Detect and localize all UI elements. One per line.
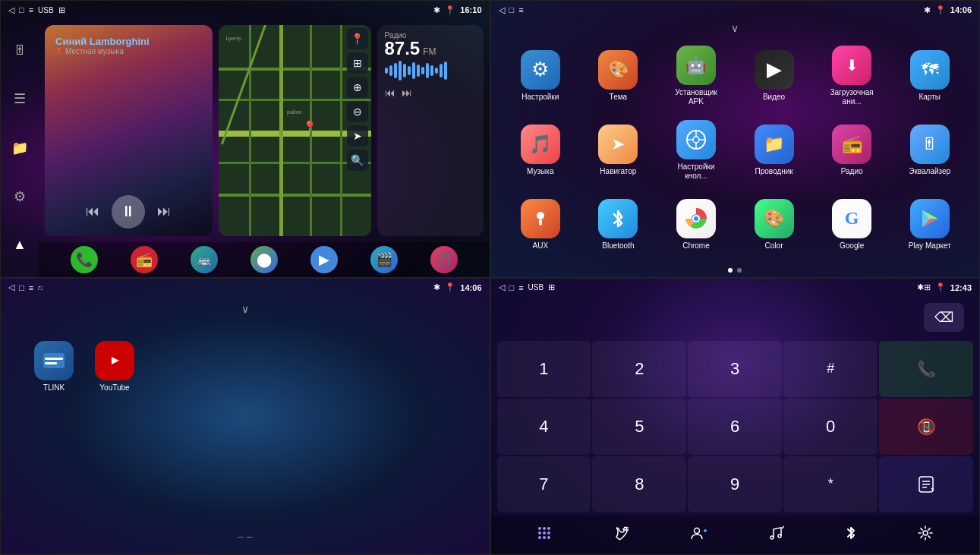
app-chrome[interactable]: Chrome <box>659 189 734 260</box>
app-maps[interactable]: 🗺 Карты <box>892 40 967 112</box>
app-apk[interactable]: 🤖 Установщик APK <box>659 40 734 112</box>
bluetooth-apps-icon: ✱ <box>924 5 931 15</box>
app-steer[interactable]: Настройки кнол... <box>659 115 734 186</box>
svg-rect-14 <box>45 362 57 364</box>
next-track-btn[interactable]: ⏭ <box>157 203 171 219</box>
page-dot-2[interactable] <box>737 268 742 273</box>
chevron-down-icon[interactable]: ∨ <box>731 22 739 34</box>
page-dot-1[interactable] <box>728 268 733 273</box>
dial-action-btn[interactable] <box>879 456 973 512</box>
bluetooth-status-icon: ✱ <box>433 5 440 15</box>
app-music[interactable]: 🎵 Музыка <box>503 115 578 186</box>
backspace-btn[interactable]: ⌫ <box>924 303 964 332</box>
sidebar-eq-icon[interactable]: 🎚 <box>7 36 33 65</box>
dialer-music-icon[interactable] <box>763 520 789 550</box>
app-theme[interactable]: 🎨 Тема <box>581 40 656 112</box>
app-nav[interactable]: ➤ Навигатор <box>581 115 656 186</box>
prev-track-btn[interactable]: ⏮ <box>86 203 99 219</box>
dialer-keypad-icon[interactable] <box>531 520 557 550</box>
dialer-contacts-icon[interactable] <box>685 520 711 550</box>
apps-panel: ◁ □ ≡ ✱ 📍 14:06 ∨ ⚙ Настройки 🎨 Тема <box>490 0 981 278</box>
dock-bus-btn[interactable]: 🚌 <box>191 246 218 273</box>
dial-key-hash[interactable]: # <box>783 341 878 397</box>
app-youtube[interactable]: YouTube <box>92 336 137 397</box>
dock-phone-btn[interactable]: 📞 <box>71 246 98 273</box>
dial-call-btn[interactable]: 📞 <box>879 341 973 397</box>
svg-point-1 <box>693 137 699 143</box>
dial-key-9[interactable]: 9 <box>688 456 782 512</box>
app-bluetooth[interactable]: Bluetooth <box>581 189 656 260</box>
app-eq[interactable]: 🎚 Эквалайзер <box>892 115 967 186</box>
sidebar-settings-icon[interactable]: ⚙ <box>8 182 32 211</box>
dock-play-btn[interactable]: ▶ <box>310 246 338 273</box>
menu-icon-apps[interactable]: ≡ <box>518 5 523 14</box>
app-radio[interactable]: 📻 Радио <box>815 115 890 186</box>
sidebar-files-icon[interactable]: 📁 <box>5 134 34 162</box>
back-icon-apps[interactable]: ◁ <box>499 5 505 15</box>
dialer-calls-icon[interactable] <box>609 520 635 550</box>
map-btn-pin[interactable]: 📍 <box>347 28 368 49</box>
dial-key-5[interactable]: 5 <box>592 399 686 455</box>
map-btn-zoom-in[interactable]: ⊕ <box>347 77 368 98</box>
app-folder-label: Проводник <box>755 167 793 176</box>
app-download[interactable]: ⬇ Загрузочная ани... <box>815 40 890 112</box>
dock-video-btn[interactable]: 🎬 <box>370 246 398 273</box>
home-icon-launcher[interactable]: □ <box>19 283 24 292</box>
app-aux-icon <box>521 199 560 238</box>
app-tlink[interactable]: TLINK <box>31 336 77 397</box>
dock-music-btn[interactable]: 🎵 <box>430 246 458 273</box>
dial-key-2[interactable]: 2 <box>592 341 686 397</box>
dial-key-8[interactable]: 8 <box>592 456 686 512</box>
screenshot-icon: ⊞ <box>58 5 65 15</box>
back-icon-launcher[interactable]: ◁ <box>8 282 14 292</box>
time-display: 16:10 <box>460 5 481 14</box>
back-icon[interactable]: ◁ <box>8 5 14 15</box>
app-video[interactable]: ▶ Видео <box>736 40 811 112</box>
radio-prev-btn[interactable]: ⏮ <box>385 87 395 99</box>
dial-key-0[interactable]: 0 <box>783 399 878 455</box>
app-eq-icon: 🎚 <box>910 125 950 164</box>
sidebar-carplay-icon[interactable]: ▲ <box>7 231 33 259</box>
map-btn-search[interactable]: 🔍 <box>347 150 368 171</box>
app-download-label: Загрузочная ани... <box>825 88 878 106</box>
launcher-chevron-icon[interactable]: ∨ <box>241 303 249 315</box>
home-icon-dialer[interactable]: □ <box>509 283 515 292</box>
app-playstore[interactable]: Play Маркет <box>892 189 967 260</box>
dial-key-star[interactable]: * <box>783 456 878 512</box>
menu-icon[interactable]: ≡ <box>29 5 33 14</box>
dial-end-btn[interactable]: 📵 <box>879 399 973 455</box>
map-btn-layers[interactable]: ⊞ <box>347 52 368 74</box>
dialer-bluetooth-icon[interactable] <box>840 520 862 550</box>
map-btn-compass[interactable]: ➤ <box>347 125 368 147</box>
home-icon-apps[interactable]: □ <box>509 5 515 14</box>
radio-next-btn[interactable]: ⏭ <box>402 87 412 99</box>
radio-controls: ⏮ ⏭ <box>385 87 476 99</box>
app-nav-label: Навигатор <box>600 167 636 176</box>
play-pause-btn[interactable]: ⏸ <box>112 195 145 229</box>
app-color-icon: 🎨 <box>755 199 794 238</box>
map-view[interactable]: Центр район 📍 ⊞ ⊕ ⊖ ➤ 🔍 📍 <box>219 25 371 236</box>
app-folder[interactable]: 📁 Проводник <box>736 115 811 186</box>
app-settings[interactable]: ⚙ Настройки <box>503 40 578 112</box>
app-google-label: Google <box>840 241 864 251</box>
app-google[interactable]: G Google <box>815 189 890 260</box>
sidebar-menu-icon[interactable]: ☰ <box>8 84 32 113</box>
app-aux[interactable]: AUX <box>503 189 578 260</box>
dock-radio-btn[interactable]: 📻 <box>131 246 158 273</box>
wave-bar-4 <box>399 61 402 80</box>
dial-key-6[interactable]: 6 <box>688 399 782 455</box>
home-icon[interactable]: □ <box>19 5 24 14</box>
app-youtube-icon <box>95 341 134 380</box>
menu-icon-dialer[interactable]: ≡ <box>518 283 523 292</box>
dial-key-3[interactable]: 3 <box>688 341 782 397</box>
app-color[interactable]: 🎨 Color <box>736 189 811 260</box>
dock-circle-btn[interactable]: ⬤ <box>251 246 278 273</box>
back-icon-dialer[interactable]: ◁ <box>499 282 505 292</box>
menu-icon-launcher[interactable]: ≡ <box>29 283 33 292</box>
map-btn-zoom-out[interactable]: ⊖ <box>347 101 368 122</box>
svg-rect-13 <box>45 358 63 360</box>
dial-key-7[interactable]: 7 <box>497 456 591 512</box>
dial-key-4[interactable]: 4 <box>497 399 591 455</box>
dialer-settings-icon[interactable] <box>912 520 938 550</box>
dial-key-1[interactable]: 1 <box>497 341 591 397</box>
